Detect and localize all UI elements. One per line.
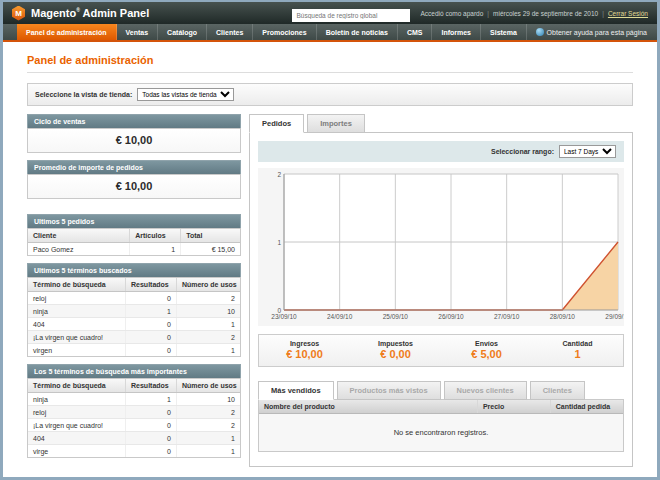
store-view-select[interactable]: Todas las vistas de tienda [137, 88, 234, 101]
page-title: Panel de administración [27, 54, 633, 73]
trademark-symbol: ® [76, 7, 80, 13]
table-cell: 10 [176, 305, 240, 318]
tab-importes[interactable]: Importes [307, 114, 365, 133]
table-row: ninja110 [28, 305, 240, 318]
nav-item-promociones[interactable]: Promociones [253, 24, 316, 40]
table-cell: ¡La virgen que cuadro! [28, 419, 126, 432]
table-cell: 1 [130, 243, 181, 256]
current-date: miércoles 29 de septiembre de 2010 [493, 10, 598, 17]
sidebar-stats: Ciclo de ventas € 10,00 Promedio de impo… [27, 114, 241, 458]
bottom-tabs: Más vendidosProductos más vistosNuevos c… [258, 381, 624, 400]
table-cell: 10 [176, 393, 240, 406]
total-cantidad: Cantidad1 [532, 340, 623, 360]
total-envios: Envíos€ 5,00 [441, 340, 532, 360]
lifetime-sales-value: € 10,00 [28, 129, 240, 152]
tab-clientes[interactable]: Clientes [530, 381, 585, 400]
column-header: Término de búsqueda [28, 379, 126, 393]
table-cell: 0 [126, 331, 177, 344]
total-label: Ingresos [259, 340, 350, 347]
column-header: Término de búsqueda [28, 278, 126, 292]
table-cell: € 15,00 [181, 243, 240, 256]
dashboard-main: PedidosImportes Seleccionar rango: Last … [249, 114, 633, 467]
svg-text:27/09/10: 27/09/10 [494, 313, 520, 320]
column-header: Total [181, 229, 240, 243]
table-cell: reloj [28, 292, 126, 305]
nav-item-clientes[interactable]: Clientes [207, 24, 253, 40]
total-label: Cantidad [532, 340, 623, 347]
top-search-terms-table: Término de búsquedaResultadosNúmero de u… [28, 379, 240, 457]
table-cell: 404 [28, 318, 126, 331]
range-label: Seleccionar rango: [491, 148, 554, 155]
tab-mas-vendidos[interactable]: Más vendidos [258, 381, 334, 400]
column-header: Nombre del producto [259, 400, 477, 414]
brand-name: Magento [31, 7, 76, 19]
total-value: € 0,00 [350, 348, 441, 360]
column-header: Resultados [126, 379, 177, 393]
top-search-terms-panel: Los 5 términos de búsqueda más important… [27, 364, 241, 458]
svg-text:1: 1 [277, 239, 281, 246]
table-row: 40401 [28, 318, 240, 331]
logged-in-as: Accedió como apardo [420, 10, 483, 17]
table-cell: 0 [126, 406, 177, 419]
nav-item-boletin-de-noticias[interactable]: Boletín de noticias [317, 24, 398, 40]
bestsellers-grid: Nombre del productoPrecioCantidad pedida… [258, 399, 624, 452]
table-row: 40401 [28, 432, 240, 445]
column-header: Precio [477, 400, 550, 414]
average-orders-value: € 10,00 [28, 175, 240, 198]
brand-suffix: Admin Panel [83, 7, 150, 19]
last-orders-table: ClienteArtículosTotalPaco Gomez1€ 15,00 [28, 229, 240, 255]
table-cell: 2 [176, 406, 240, 419]
global-search-input[interactable] [292, 9, 410, 22]
help-link[interactable]: Obtener ayuda para esta página [536, 24, 657, 40]
range-select[interactable]: Last 7 Days [559, 145, 616, 158]
table-cell: 0 [126, 419, 177, 432]
tab-pedidos[interactable]: Pedidos [249, 114, 304, 133]
table-row: reloj02 [28, 406, 240, 419]
panel-title: Ultimos 5 términos buscados [27, 263, 241, 277]
table-cell: 1 [176, 344, 240, 357]
total-value: € 5,00 [441, 348, 532, 360]
table-cell: 1 [176, 318, 240, 331]
table-cell: 1 [176, 432, 240, 445]
separator: | [487, 10, 489, 17]
table-cell: 0 [126, 432, 177, 445]
nav-item-ventas[interactable]: Ventas [117, 24, 159, 40]
global-search [292, 4, 410, 22]
table-cell: 1 [126, 305, 177, 318]
empty-row: No se encontraron registros. [259, 414, 623, 452]
nav-item-sistema[interactable]: Sistema [481, 24, 527, 40]
table-row: ¡La virgen que cuadro!02 [28, 331, 240, 344]
totals-bar: Ingresos€ 10,00Impuestos€ 0,00Envíos€ 5,… [258, 334, 624, 367]
last-search-terms-table: Término de búsquedaResultadosNúmero de u… [28, 278, 240, 356]
panel-title: Promedio de importe de pedidos [27, 160, 241, 174]
magento-logo-icon: M [12, 6, 25, 21]
table-row: reloj02 [28, 292, 240, 305]
column-header: Cliente [28, 229, 130, 243]
last-search-terms-panel: Ultimos 5 términos buscados Término de b… [27, 263, 241, 357]
table-cell: ninja [28, 305, 126, 318]
panel-title: Ultimos 5 pedidos [27, 214, 241, 228]
nav-item-informes[interactable]: Informes [432, 24, 481, 40]
column-header: Resultados [126, 278, 177, 292]
nav-item-catalogo[interactable]: Catálogo [158, 24, 207, 40]
tab-nuevos-clientes[interactable]: Nuevos clientes [444, 381, 527, 400]
nav-item-cms[interactable]: CMS [398, 24, 433, 40]
table-cell: virgen [28, 344, 126, 357]
table-cell: 0 [126, 292, 177, 305]
nav-item-panel-de-administracion[interactable]: Panel de administración [17, 24, 117, 40]
lifetime-sales-panel: Ciclo de ventas € 10,00 [27, 114, 241, 153]
store-view-bar: Seleccione la vista de tienda: Todas las… [27, 83, 633, 106]
svg-text:28/09/10: 28/09/10 [550, 313, 576, 320]
bestsellers-table: Nombre del productoPrecioCantidad pedida… [259, 400, 623, 451]
total-value: 1 [532, 348, 623, 360]
page-content: Panel de administración Seleccione la vi… [3, 54, 657, 467]
range-bar: Seleccionar rango: Last 7 Days [258, 141, 624, 162]
svg-text:23/09/10: 23/09/10 [271, 313, 297, 320]
last-orders-panel: Ultimos 5 pedidos ClienteArtículosTotalP… [27, 214, 241, 256]
table-row: ¡La virgen que cuadro!02 [28, 419, 240, 432]
session-info: Accedió como apardo | miércoles 29 de se… [420, 10, 648, 17]
tab-productos-mas-vistos[interactable]: Productos más vistos [337, 381, 441, 400]
table-cell: 0 [126, 445, 177, 458]
main-nav: Panel de administraciónVentasCatálogoCli… [3, 24, 657, 42]
logout-link[interactable]: Cerrar Sesión [608, 10, 648, 17]
